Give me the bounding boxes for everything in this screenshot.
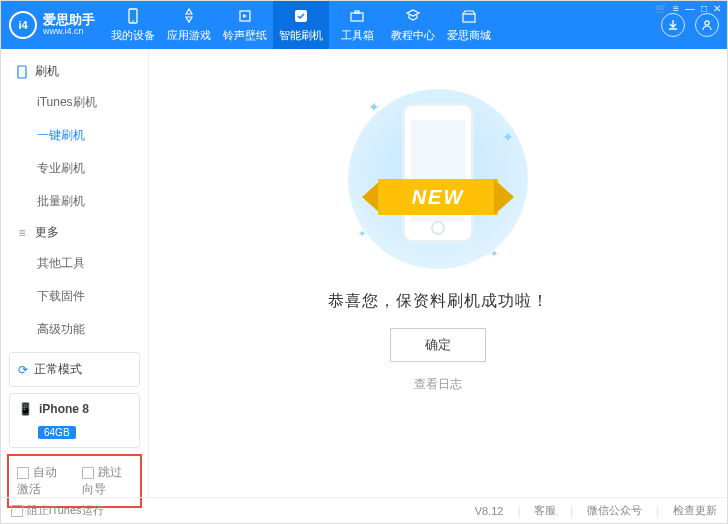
nav-label: 智能刷机 [279,28,323,43]
success-message: 恭喜您，保资料刷机成功啦！ [328,291,549,312]
sidebar-item-download-firmware[interactable]: 下载固件 [1,280,148,313]
nav-label: 爱思商城 [447,28,491,43]
svg-rect-6 [463,14,475,22]
nav-label: 教程中心 [391,28,435,43]
ok-button[interactable]: 确定 [390,328,486,362]
top-nav: 我的设备 应用游戏 铃声壁纸 智能刷机 工具箱 教程中心 [105,1,497,49]
sidebar: 刷机 iTunes刷机 一键刷机 专业刷机 批量刷机 ≡ 更多 其他工具 下载固… [1,49,149,497]
app-name: 爱思助手 [43,13,95,27]
tutorial-icon [404,7,422,25]
nav-flash[interactable]: 智能刷机 [273,1,329,49]
nav-store[interactable]: 爱思商城 [441,1,497,49]
svg-point-7 [705,21,709,25]
svg-rect-4 [351,13,363,21]
sidebar-group-flash: 刷机 [1,57,148,86]
app-site: www.i4.cn [43,27,95,37]
toolbox-icon [348,7,366,25]
view-log-link[interactable]: 查看日志 [414,376,462,393]
nav-label: 工具箱 [341,28,374,43]
store-icon [460,7,478,25]
ringtone-icon [236,7,254,25]
svg-rect-5 [355,11,359,13]
svg-rect-8 [18,66,26,78]
header: 🛒 ≡ — □ ✕ i4 爱思助手 www.i4.cn 我的设备 应用游戏 [1,1,727,49]
nav-label: 应用游戏 [167,28,211,43]
sidebar-item-pro-flash[interactable]: 专业刷机 [1,152,148,185]
nav-label: 我的设备 [111,28,155,43]
phone-icon [15,65,29,79]
logo-mark: i4 [9,11,37,39]
sidebar-item-other-tools[interactable]: 其他工具 [1,247,148,280]
sidebar-item-batch-flash[interactable]: 批量刷机 [1,185,148,218]
phone-small-icon: 📱 [18,402,33,416]
sidebar-item-itunes-flash[interactable]: iTunes刷机 [1,86,148,119]
more-icon: ≡ [15,226,29,240]
check-update-link[interactable]: 检查更新 [673,503,717,518]
skip-guide-checkbox[interactable]: 跳过向导 [82,464,133,498]
storage-badge: 64GB [38,426,76,439]
download-button[interactable] [661,13,685,37]
flash-icon [292,7,310,25]
svg-point-1 [132,20,134,22]
status-label: 正常模式 [34,361,82,378]
device-info[interactable]: 📱 iPhone 8 64GB [9,393,140,448]
block-itunes-checkbox[interactable]: 阻止iTunes运行 [11,503,104,518]
version-label: V8.12 [475,505,504,517]
new-ribbon: NEW [358,174,518,220]
window-controls: 🛒 ≡ — □ ✕ [655,3,721,14]
nav-my-device[interactable]: 我的设备 [105,1,161,49]
sidebar-group-more: ≡ 更多 [1,218,148,247]
maximize-icon[interactable]: □ [701,3,707,14]
group-title: 刷机 [35,63,59,80]
sidebar-item-onekey-flash[interactable]: 一键刷机 [1,119,148,152]
account-button[interactable] [695,13,719,37]
nav-ringtone[interactable]: 铃声壁纸 [217,1,273,49]
cart-icon[interactable]: 🛒 [655,3,667,14]
device-name: iPhone 8 [39,402,89,416]
phone-graphic [402,103,474,243]
logo: i4 爱思助手 www.i4.cn [9,11,95,39]
nav-toolbox[interactable]: 工具箱 [329,1,385,49]
ribbon-text: NEW [378,179,498,215]
menu-icon[interactable]: ≡ [673,3,679,14]
nav-label: 铃声壁纸 [223,28,267,43]
nav-apps[interactable]: 应用游戏 [161,1,217,49]
refresh-icon: ⟳ [18,363,28,377]
mode-status[interactable]: ⟳ 正常模式 [9,352,140,387]
support-link[interactable]: 客服 [534,503,556,518]
main-content: ✦ ✦ ✦ ✦ NEW 恭喜您，保资料刷机成功啦！ 确定 查看日志 [149,49,727,497]
footer: 阻止iTunes运行 V8.12 | 客服 | 微信公众号 | 检查更新 [1,497,727,523]
auto-activate-checkbox[interactable]: 自动激活 [17,464,68,498]
group-title: 更多 [35,224,59,241]
close-icon[interactable]: ✕ [713,3,721,14]
minimize-icon[interactable]: — [685,3,695,14]
apps-icon [180,7,198,25]
checkbox-label: 阻止iTunes运行 [27,504,104,516]
sidebar-item-advanced[interactable]: 高级功能 [1,313,148,346]
device-icon [124,7,142,25]
nav-tutorial[interactable]: 教程中心 [385,1,441,49]
wechat-link[interactable]: 微信公众号 [587,503,642,518]
success-illustration: ✦ ✦ ✦ ✦ NEW [348,89,528,269]
